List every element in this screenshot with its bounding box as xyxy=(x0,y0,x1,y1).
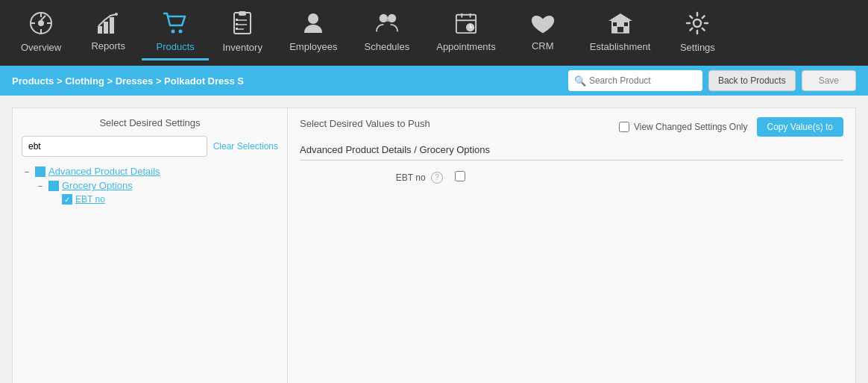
overview-icon xyxy=(29,11,53,39)
row-label: EBT no xyxy=(396,172,426,182)
establishment-icon xyxy=(607,12,634,38)
clear-selections-link[interactable]: Clear Selections xyxy=(213,141,278,152)
settings-table: EBT no ? xyxy=(300,166,843,188)
main-content: Select Desired Settings Clear Selections… xyxy=(0,96,868,383)
tree-root-item[interactable]: − Advanced Product Details xyxy=(22,166,278,177)
nav-reports[interactable]: Reports xyxy=(75,7,142,60)
view-changed-checkbox[interactable] xyxy=(619,122,629,132)
svg-rect-14 xyxy=(239,11,246,16)
svg-rect-8 xyxy=(104,22,108,34)
tree-grocery-checkbox[interactable] xyxy=(48,181,59,191)
nav-inventory[interactable]: Inventory xyxy=(209,5,276,61)
ebt-value-checkbox[interactable] xyxy=(455,171,465,181)
nav-crm[interactable]: CRM xyxy=(509,7,576,60)
nav-employees-label: Employees xyxy=(289,41,337,52)
tree-root-label[interactable]: Advanced Product Details xyxy=(48,166,160,177)
nav-settings[interactable]: Settings xyxy=(664,5,731,61)
svg-rect-18 xyxy=(236,19,238,21)
svg-point-1 xyxy=(38,20,44,26)
tree-ebt-label[interactable]: EBT no xyxy=(75,194,105,205)
nav-inventory-label: Inventory xyxy=(222,42,262,53)
filter-row: Clear Selections xyxy=(22,136,278,157)
svg-rect-9 xyxy=(110,17,114,34)
help-icon[interactable]: ? xyxy=(431,172,443,184)
tree-ebt-checkbox[interactable]: ✓ xyxy=(62,194,72,205)
inventory-icon xyxy=(231,11,254,39)
nav-products[interactable]: Products xyxy=(142,6,209,60)
view-changed-label: View Changed Settings Only xyxy=(634,122,748,132)
tree-root-checkbox[interactable] xyxy=(35,166,45,177)
search-icon: 🔍 xyxy=(574,75,586,87)
svg-point-23 xyxy=(388,13,396,22)
svg-point-24 xyxy=(386,19,389,22)
copy-values-button[interactable]: Copy Value(s) to xyxy=(757,117,843,137)
tree-grocery-item[interactable]: − Grocery Options xyxy=(35,180,278,191)
svg-point-12 xyxy=(179,29,183,33)
nav-settings-label: Settings xyxy=(680,42,715,53)
reports-icon xyxy=(96,13,120,37)
svg-rect-34 xyxy=(617,27,623,33)
table-row: EBT no ? xyxy=(300,166,843,188)
svg-point-21 xyxy=(308,13,318,24)
nav-establishment-label: Establishment xyxy=(590,41,651,52)
nav-products-label: Products xyxy=(157,41,195,52)
svg-point-38 xyxy=(694,19,701,27)
settings-icon xyxy=(685,11,709,39)
left-panel: Select Desired Settings Clear Selections… xyxy=(12,108,288,383)
svg-point-22 xyxy=(380,13,388,22)
tree-grocery-label[interactable]: Grocery Options xyxy=(62,180,133,191)
appointments-icon xyxy=(454,12,478,38)
tree-grocery-toggle[interactable]: − xyxy=(35,181,45,191)
filter-input[interactable] xyxy=(22,136,207,157)
tree-children-level2: ✓ EBT no xyxy=(48,194,278,205)
nav-crm-label: CRM xyxy=(532,40,554,52)
tree-children-level1: − Grocery Options ✓ EBT no xyxy=(35,180,278,205)
nav-overview-label: Overview xyxy=(21,42,61,53)
right-panel-top: Select Desired Values to Push View Chang… xyxy=(300,117,843,137)
svg-rect-19 xyxy=(236,23,238,25)
tree-ebt-leaf[interactable]: ✓ EBT no xyxy=(48,194,278,205)
schedules-icon xyxy=(375,12,399,38)
save-button[interactable]: Save xyxy=(802,70,856,91)
nav-employees[interactable]: Employees xyxy=(276,6,350,60)
search-box[interactable]: 🔍 xyxy=(568,70,702,91)
right-panel: Select Desired Values to Push View Chang… xyxy=(288,108,856,383)
nav-reports-label: Reports xyxy=(91,40,125,52)
nav-schedules-label: Schedules xyxy=(365,41,410,52)
svg-rect-36 xyxy=(624,22,628,26)
left-panel-title: Select Desired Settings xyxy=(22,117,278,128)
employees-icon xyxy=(301,12,325,38)
nav-schedules[interactable]: Schedules xyxy=(351,6,424,60)
svg-marker-33 xyxy=(608,13,632,21)
svg-point-11 xyxy=(172,29,175,33)
nav-appointments[interactable]: Appointments xyxy=(423,6,509,60)
back-to-products-button[interactable]: Back to Products xyxy=(708,70,796,91)
svg-point-10 xyxy=(115,13,118,16)
right-panel-title: Select Desired Values to Push xyxy=(300,118,430,129)
nav-overview[interactable]: Overview xyxy=(7,5,75,61)
svg-rect-20 xyxy=(236,28,238,30)
breadcrumb-bar: Products > Clothing > Dresses > Polkadot… xyxy=(0,66,868,96)
tree-root-toggle[interactable]: − xyxy=(22,166,32,177)
breadcrumb-actions: 🔍 Back to Products Save xyxy=(568,70,856,91)
svg-rect-35 xyxy=(613,22,617,26)
crm-icon xyxy=(530,13,556,37)
search-input[interactable] xyxy=(589,75,696,86)
svg-rect-7 xyxy=(98,26,102,34)
view-changed-row: View Changed Settings Only xyxy=(619,122,748,132)
top-nav: Overview Reports Products xyxy=(0,0,868,66)
nav-appointments-label: Appointments xyxy=(436,41,496,52)
nav-establishment[interactable]: Establishment xyxy=(576,6,664,60)
products-cart-icon xyxy=(163,12,188,38)
breadcrumb: Products > Clothing > Dresses > Polkadot… xyxy=(12,75,244,87)
section-heading: Advanced Product Details / Grocery Optio… xyxy=(300,144,843,161)
